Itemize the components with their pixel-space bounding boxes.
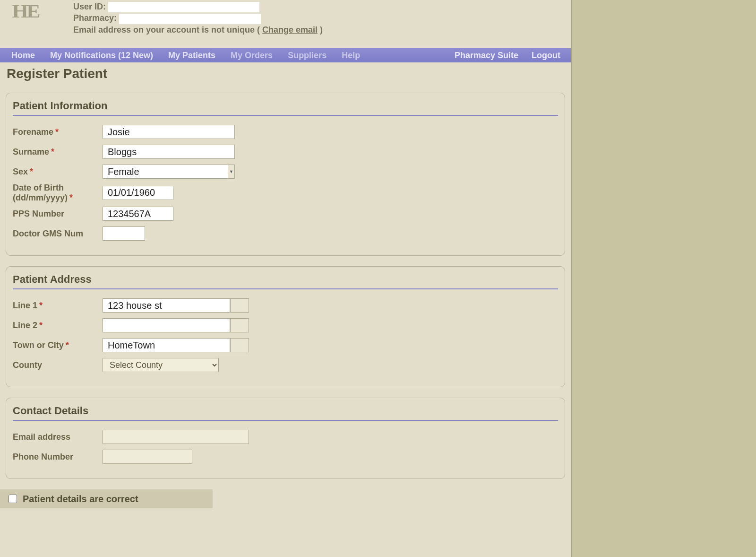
email-label: Email address (13, 432, 103, 442)
addr-stub (230, 318, 249, 332)
page-title: Register Patient (0, 62, 571, 88)
addr-line2-label: Line 2* (13, 321, 103, 331)
required-icon: * (51, 147, 54, 157)
forename-input[interactable] (103, 125, 235, 139)
required-icon: * (55, 127, 59, 137)
phone-label: Phone Number (13, 452, 103, 462)
nav-patients[interactable]: My Patients (161, 51, 223, 61)
addr-stub (230, 338, 249, 352)
nav-pharmacy-suite[interactable]: Pharmacy Suite (448, 51, 525, 61)
section-patient-information: Patient Information Forename* Surname* S… (6, 93, 565, 256)
nav-home[interactable]: Home (4, 51, 43, 61)
gms-label: Doctor GMS Num (13, 229, 103, 239)
section-contact-details: Contact Details Email address Phone Numb… (6, 398, 565, 479)
email-warning-text: Email address on your account is not uni… (73, 25, 262, 35)
town-label: Town or City* (13, 340, 103, 350)
required-icon: * (39, 301, 43, 310)
required-icon: * (30, 167, 33, 176)
chevron-down-icon[interactable]: ▼ (228, 165, 235, 179)
user-id-label: User ID: (73, 2, 106, 11)
required-icon: * (66, 340, 69, 350)
pps-input[interactable] (103, 207, 173, 221)
sex-label: Sex* (13, 167, 103, 177)
dob-label: Date of Birth (dd/mm/yyyy)* (13, 183, 103, 202)
pps-label: PPS Number (13, 209, 103, 219)
email-input[interactable] (103, 430, 249, 444)
surname-input[interactable] (103, 145, 235, 159)
addr-line2-input[interactable] (103, 318, 230, 332)
pharmacy-label: Pharmacy: (73, 13, 117, 23)
confirm-bar: Patient details are correct (0, 489, 213, 508)
details-correct-label: Patient details are correct (23, 494, 138, 505)
section-patient-address: Patient Address Line 1* Line 2* Town or … (6, 266, 565, 387)
addr-stub (230, 298, 249, 313)
hse-logo: HE (13, 0, 51, 23)
legend-contact-details: Contact Details (13, 405, 558, 421)
app-frame: HE User ID: Pharmacy: Email address on y… (0, 0, 572, 557)
town-input[interactable] (103, 338, 230, 352)
header: HE User ID: Pharmacy: Email address on y… (0, 0, 571, 48)
county-select[interactable]: Select County (103, 358, 219, 372)
change-email-link[interactable]: Change email (262, 25, 318, 35)
nav-notifications[interactable]: My Notifications (12 New) (43, 51, 161, 61)
pharmacy-value-masked (119, 14, 261, 24)
addr-line1-label: Line 1* (13, 301, 103, 311)
forename-label: Forename* (13, 127, 103, 137)
legend-patient-address: Patient Address (13, 273, 558, 289)
gms-input[interactable] (103, 226, 145, 241)
required-icon: * (69, 193, 73, 202)
county-label: County (13, 360, 103, 370)
sex-select[interactable] (103, 165, 228, 179)
details-correct-checkbox[interactable] (9, 495, 17, 503)
user-id-value-masked (108, 2, 259, 12)
addr-line1-input[interactable] (103, 298, 230, 313)
nav-orders[interactable]: My Orders (223, 51, 280, 61)
dob-input[interactable] (103, 186, 173, 200)
user-info-block: User ID: Pharmacy: Email address on your… (73, 2, 323, 36)
phone-input[interactable] (103, 450, 192, 464)
legend-patient-information: Patient Information (13, 100, 558, 116)
nav-help[interactable]: Help (334, 51, 368, 61)
email-warning-suffix: ) (318, 25, 323, 35)
required-icon: * (39, 321, 43, 330)
surname-label: Surname* (13, 147, 103, 157)
main-nav: Home My Notifications (12 New) My Patien… (0, 48, 571, 62)
nav-suppliers[interactable]: Suppliers (280, 51, 334, 61)
nav-logout[interactable]: Logout (525, 51, 567, 61)
